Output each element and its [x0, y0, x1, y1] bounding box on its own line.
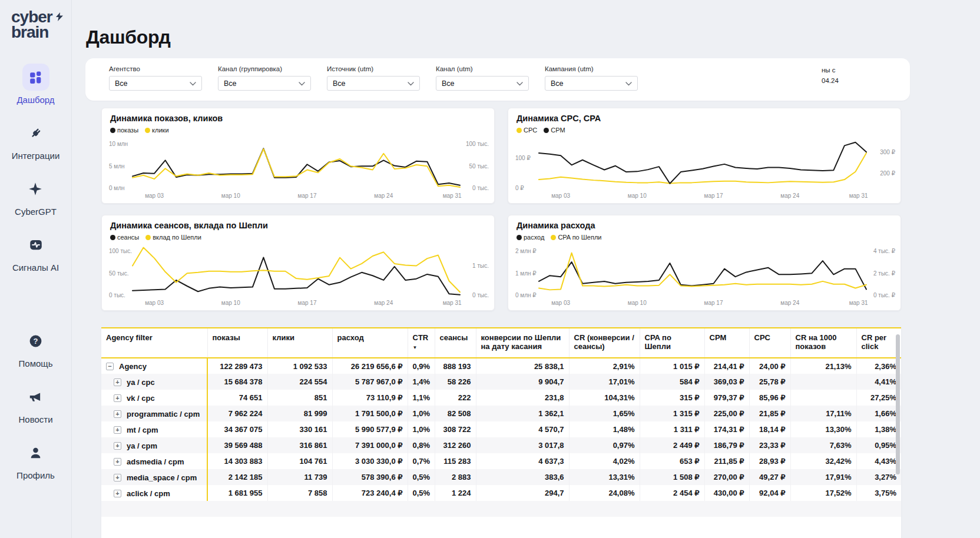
data-table: Agency filterпоказыкликирасходCTR▼сеансы…: [101, 328, 901, 501]
plug-icon: [22, 119, 49, 147]
column-header-11[interactable]: CR на 1000 показов: [790, 328, 856, 358]
cell: 330 161: [267, 421, 332, 437]
cell: 979,37 ₽: [704, 390, 749, 406]
cell: 73 110,9 ₽: [332, 390, 408, 406]
series-line-CPC: [539, 153, 866, 184]
cell: 308 722: [435, 421, 476, 437]
sidebar-item-help[interactable]: ? Помощь: [19, 327, 53, 368]
sidebar-item-dashboard[interactable]: Дашборд: [16, 64, 54, 105]
cell: 1 508 ₽: [640, 469, 704, 485]
logo-line-2: brain: [11, 25, 71, 40]
line-chart-svg: [133, 139, 460, 189]
row-name-wrap: +ya / cpm: [106, 441, 157, 450]
sidebar-item-label: CyberGPT: [15, 207, 57, 217]
chart-plot: мар 03мар 10мар 17мар 24мар 312 млн ₽1 м…: [508, 246, 900, 296]
expand-icon[interactable]: +: [114, 442, 121, 450]
column-header-12[interactable]: CR per click: [856, 328, 901, 358]
cell: 294,7: [476, 485, 569, 501]
cell: 0,95%: [856, 437, 901, 453]
table-row[interactable]: −Agency122 289 4731 092 53326 219 656,6 …: [101, 358, 901, 374]
cell: 2 142 185: [207, 469, 267, 485]
expand-icon[interactable]: +: [114, 426, 121, 434]
table-row[interactable]: +adsmedia / cpm14 303 883104 7613 030 33…: [101, 453, 901, 469]
column-header-7[interactable]: CR (конверсии / сеансы): [569, 328, 640, 358]
chart-legend: CPCCPM: [517, 127, 565, 134]
sidebar-item-profile[interactable]: Профиль: [16, 439, 55, 480]
x-axis-tick-label: мар 10: [628, 192, 647, 199]
filter-select-0[interactable]: Все: [109, 76, 202, 91]
left-axis-tick-label: 100 ₽: [515, 154, 531, 161]
filter-label: Агентство: [109, 65, 202, 72]
cell: 9 904,7: [476, 374, 569, 390]
legend-item: вклад по Шепли: [145, 234, 201, 241]
sidebar-item-news[interactable]: Новости: [18, 383, 52, 424]
right-axis-tick-label: 50 тыс.: [469, 163, 489, 170]
cell: 2 454 ₽: [640, 485, 704, 501]
column-header-2[interactable]: клики: [267, 328, 332, 358]
cell: 270,00 ₽: [704, 469, 749, 485]
cell: 383,6: [476, 469, 569, 485]
cell: 1,0%: [408, 406, 435, 421]
table-head: Agency filterпоказыкликирасходCTR▼сеансы…: [101, 328, 901, 358]
column-header-6[interactable]: конверсии по Шепли на дату касания: [476, 328, 569, 358]
chart-legend: сеансывклад по Шепли: [110, 234, 201, 241]
profile-icon: [22, 439, 49, 466]
sidebar-item-cybergpt[interactable]: CyberGPT: [15, 175, 57, 217]
column-header-9[interactable]: CPM: [704, 328, 749, 358]
sidebar-item-label: Помощь: [19, 358, 53, 368]
table-row[interactable]: +vk / cpc74 65185173 110,9 ₽1,1%222231,8…: [101, 390, 901, 406]
table-row[interactable]: +ya / cpm39 569 488316 8617 391 000,0 ₽0…: [101, 437, 901, 453]
row-label: programmatic / cpm: [127, 410, 200, 419]
filter-select-3[interactable]: Все: [436, 76, 529, 91]
cell: 0,8%: [408, 437, 435, 453]
column-header-10[interactable]: CPC: [749, 328, 790, 358]
cell: 24,08%: [569, 485, 640, 501]
sidebar-item-label: Профиль: [16, 470, 55, 480]
filter-select-1[interactable]: Все: [218, 76, 311, 91]
collapse-icon[interactable]: −: [106, 363, 114, 370]
cell: [790, 390, 856, 406]
column-header-3[interactable]: расход: [332, 328, 408, 358]
expand-icon[interactable]: +: [114, 490, 121, 497]
row-name-cell: +aclick / cpm: [101, 485, 207, 501]
filter-select-2[interactable]: Все: [327, 76, 420, 91]
table-row[interactable]: +programmatic / cpm7 962 22481 9991 791 …: [101, 406, 901, 421]
cell: 58 226: [435, 374, 476, 390]
sidebar-item-label: Интеграции: [12, 151, 60, 161]
column-header-0[interactable]: Agency filter: [101, 328, 207, 358]
table-row[interactable]: +ya / cpc15 684 378224 5545 787 967,0 ₽1…: [101, 374, 901, 390]
cell: 4 637,3: [476, 453, 569, 469]
column-header-1[interactable]: показы: [207, 328, 267, 358]
cell: 82 508: [435, 406, 476, 421]
cell: 225,00 ₽: [704, 406, 749, 421]
vertical-scrollbar-thumb[interactable]: [896, 334, 900, 474]
column-header-8[interactable]: CPA по Шепли: [640, 328, 704, 358]
megaphone-icon: [22, 383, 49, 410]
sparkle-icon: [22, 175, 49, 202]
cell: 211,85 ₽: [704, 453, 749, 469]
expand-icon[interactable]: +: [114, 458, 121, 466]
sort-descending-icon[interactable]: ▼: [413, 345, 430, 350]
column-header-5[interactable]: сеансы: [435, 328, 476, 358]
table-row[interactable]: +mt / cpm34 367 075330 1615 990 577,9 ₽1…: [101, 421, 901, 437]
legend-dot-icon: [544, 128, 549, 133]
expand-icon[interactable]: +: [114, 410, 121, 418]
cell: 1 015 ₽: [640, 358, 704, 374]
table-row[interactable]: +aclick / cpm1 681 9557 858723 240,4 ₽0,…: [101, 485, 901, 501]
table-row[interactable]: +media_space / cpm2 142 18511 739578 390…: [101, 469, 901, 485]
expand-icon[interactable]: +: [114, 394, 121, 402]
legend-label: показы: [117, 127, 138, 134]
sidebar-item-integrations[interactable]: Интеграции: [12, 119, 60, 161]
page-title: Дашборд: [86, 26, 171, 48]
logo: cyber brain: [11, 9, 71, 40]
expand-icon[interactable]: +: [114, 378, 121, 386]
cell: 17,91%: [790, 469, 856, 485]
expand-icon[interactable]: +: [114, 474, 121, 481]
x-axis-tick-label: мар 17: [298, 192, 317, 199]
sidebar-item-signals-ai[interactable]: Сигналы AI: [12, 231, 59, 273]
chart-plot: мар 03мар 10мар 17мар 24мар 31100 тыс.50…: [102, 246, 494, 296]
column-header-4[interactable]: CTR▼: [408, 328, 435, 358]
row-name-cell: +media_space / cpm: [101, 469, 207, 485]
legend-item: расход: [517, 234, 544, 241]
filter-select-4[interactable]: Все: [545, 76, 638, 91]
